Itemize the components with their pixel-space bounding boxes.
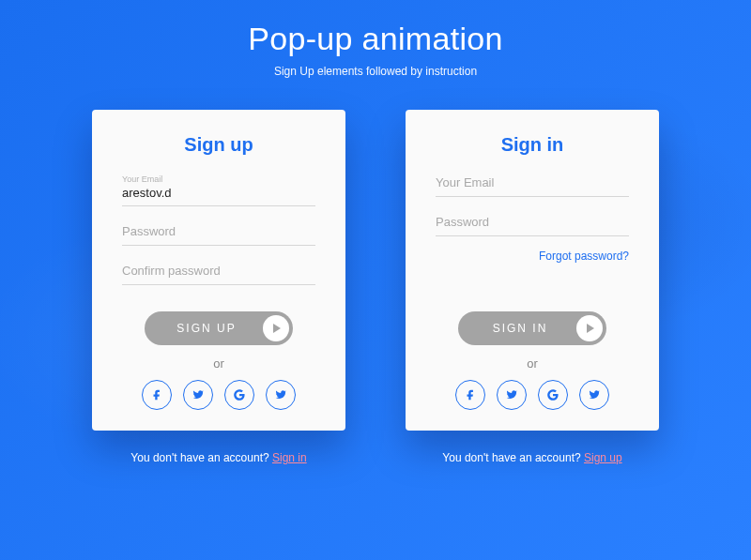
signin-footer: You don't have an account? Sign up xyxy=(406,451,659,464)
social-row xyxy=(122,380,315,410)
signin-button[interactable]: SIGN IN xyxy=(458,311,606,345)
email-value: arestov.d xyxy=(122,185,315,202)
cards-row: Sign up Your Email arestov.d Password Co… xyxy=(0,110,751,431)
switch-to-signin-link[interactable]: Sign in xyxy=(272,451,307,464)
switch-to-signup-link[interactable]: Sign up xyxy=(584,451,622,464)
email-placeholder: Your Email xyxy=(436,174,629,191)
page-header: Pop-up animation Sign Up elements follow… xyxy=(0,0,751,78)
signin-button-label: SIGN IN xyxy=(493,322,548,335)
twitter-icon[interactable] xyxy=(183,380,213,410)
play-icon xyxy=(263,315,289,341)
footer-prefix: You don't have an account? xyxy=(130,451,272,464)
forgot-password-link[interactable]: Forgot password? xyxy=(436,250,629,263)
password-field[interactable]: Password xyxy=(436,214,629,236)
twitter-icon[interactable] xyxy=(579,380,609,410)
password-placeholder: Password xyxy=(122,223,315,240)
email-field[interactable]: Your Email arestov.d xyxy=(122,174,315,206)
google-icon[interactable] xyxy=(224,380,254,410)
signup-button[interactable]: SIGN UP xyxy=(145,311,293,345)
confirm-placeholder: Confirm password xyxy=(122,263,315,280)
footers-row: You don't have an account? Sign in You d… xyxy=(0,451,751,464)
facebook-icon[interactable] xyxy=(455,380,485,410)
confirm-password-field[interactable]: Confirm password xyxy=(122,263,315,285)
signup-title: Sign up xyxy=(122,134,315,156)
signup-button-label: SIGN UP xyxy=(176,322,236,335)
twitter-icon[interactable] xyxy=(266,380,296,410)
footer-prefix: You don't have an account? xyxy=(442,451,584,464)
password-placeholder: Password xyxy=(436,214,629,231)
page-title: Pop-up animation xyxy=(0,21,751,57)
google-icon[interactable] xyxy=(538,380,568,410)
email-label: Your Email xyxy=(122,174,315,184)
signin-title: Sign in xyxy=(436,134,629,156)
twitter-icon[interactable] xyxy=(497,380,527,410)
page-subtitle: Sign Up elements followed by instruction xyxy=(0,65,751,78)
email-field[interactable]: Your Email xyxy=(436,174,629,197)
signin-card: Sign in Your Email Password Forgot passw… xyxy=(406,110,659,431)
or-divider: or xyxy=(436,356,629,371)
social-row xyxy=(436,380,629,410)
password-field[interactable]: Password xyxy=(122,223,315,246)
signup-footer: You don't have an account? Sign in xyxy=(92,451,345,464)
facebook-icon[interactable] xyxy=(142,380,172,410)
play-icon xyxy=(576,315,603,341)
signup-card: Sign up Your Email arestov.d Password Co… xyxy=(92,110,345,431)
or-divider: or xyxy=(122,356,315,371)
